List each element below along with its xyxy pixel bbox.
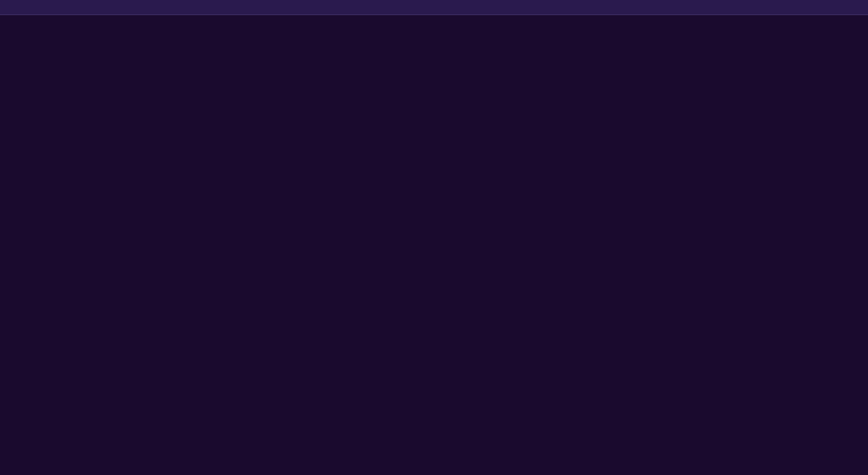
header-bar [0, 0, 868, 15]
terminal [0, 0, 868, 475]
